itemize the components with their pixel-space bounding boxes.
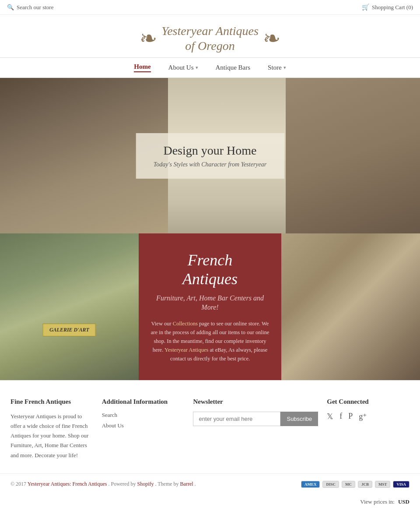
french-left-image: GALERIE D'ART bbox=[0, 233, 139, 380]
payment-visa: VISA bbox=[393, 481, 410, 488]
gallery-sign: GALERIE D'ART bbox=[43, 324, 96, 336]
payment-icons: AMEX DISC MC JCB MST VISA bbox=[301, 481, 410, 488]
footer-about-title: Fine French Antiques bbox=[10, 398, 93, 406]
hero-subtitle: Today's Styles with Character from Yeste… bbox=[154, 161, 267, 168]
collections-link[interactable]: Collections bbox=[173, 321, 198, 327]
pinterest-icon[interactable]: P bbox=[348, 412, 353, 421]
site-logo[interactable]: ❧ Yesteryear Antiques of Oregon ❧ bbox=[140, 24, 280, 53]
brand-link[interactable]: Yesteryear Antiques: French Antiques bbox=[28, 481, 107, 487]
nav-item-antique-bars[interactable]: Antique Bars bbox=[216, 63, 251, 72]
cart-icon: 🛒 bbox=[362, 4, 369, 11]
shopify-link[interactable]: Shopify bbox=[137, 481, 154, 487]
currency-row: View prices in: USD bbox=[0, 495, 420, 511]
newsletter-form: Subscribe bbox=[193, 412, 318, 426]
french-body-text: View our Collections page to see our onl… bbox=[149, 319, 271, 363]
search-store-label: Search our store bbox=[17, 4, 53, 11]
footer-col-links: Additional Information Search About Us bbox=[102, 398, 185, 460]
facebook-icon[interactable]: f bbox=[340, 412, 342, 421]
french-subtitle: Furniture, Art, Home Bar Centers and Mor… bbox=[149, 294, 271, 312]
subscribe-button[interactable]: Subscribe bbox=[280, 412, 318, 426]
barrel-link[interactable]: Barrel bbox=[180, 481, 193, 487]
french-antiques-image bbox=[281, 233, 420, 380]
hero-title: Design your Home bbox=[154, 144, 267, 158]
footer-copyright: © 2017 Yesteryear Antiques: French Antiq… bbox=[10, 481, 196, 487]
nav-item-store[interactable]: Store ▾ bbox=[268, 63, 286, 72]
cart-label: Shopping Cart (0) bbox=[372, 4, 413, 11]
footer-main: Fine French Antiques Yesteryear Antiques… bbox=[0, 380, 420, 473]
french-right-image bbox=[281, 233, 420, 380]
french-section: GALERIE D'ART French Antiques Furniture,… bbox=[0, 233, 420, 380]
french-title: French Antiques bbox=[182, 251, 238, 289]
payment-disc: DISC bbox=[322, 481, 339, 488]
footer-link-search[interactable]: Search bbox=[102, 412, 185, 419]
chevron-down-icon: ▾ bbox=[196, 65, 198, 71]
google-plus-icon[interactable]: g⁺ bbox=[359, 412, 367, 421]
footer-about-text: Yesteryear Antiques is proud to offer a … bbox=[10, 412, 93, 460]
footer-link-about[interactable]: About Us bbox=[102, 422, 185, 429]
currency-value[interactable]: USD bbox=[398, 498, 410, 505]
payment-mc: MC bbox=[342, 481, 355, 488]
footer-col-social: Get Connected 𝕏 f P g⁺ bbox=[327, 398, 410, 460]
social-icons-container: 𝕏 f P g⁺ bbox=[327, 412, 410, 421]
footer-links-title: Additional Information bbox=[102, 398, 185, 406]
main-nav: Home About Us ▾ Antique Bars Store ▾ bbox=[0, 57, 420, 78]
yesteryear-ebay-link[interactable]: Yesteryear Antiques bbox=[164, 347, 208, 353]
newsletter-email-input[interactable] bbox=[193, 412, 280, 426]
footer-newsletter-title: Newsletter bbox=[193, 398, 318, 406]
cart-button[interactable]: 🛒 Shopping Cart (0) bbox=[362, 4, 413, 11]
payment-amex: AMEX bbox=[301, 481, 320, 488]
search-trigger[interactable]: 🔍 Search our store bbox=[7, 4, 53, 11]
twitter-icon[interactable]: 𝕏 bbox=[327, 412, 333, 421]
french-street-image bbox=[0, 233, 139, 380]
chevron-down-icon-store: ▾ bbox=[284, 65, 286, 71]
nav-item-home[interactable]: Home bbox=[134, 63, 150, 72]
footer-col-newsletter: Newsletter Subscribe bbox=[193, 398, 318, 460]
search-icon: 🔍 bbox=[7, 4, 14, 11]
footer-social-title: Get Connected bbox=[327, 398, 410, 406]
hero-overlay: Design your Home Today's Styles with Cha… bbox=[136, 133, 284, 179]
logo-ornament-left: ❧ bbox=[140, 28, 157, 49]
currency-label: View prices in: bbox=[360, 498, 395, 505]
footer-bottom: © 2017 Yesteryear Antiques: French Antiq… bbox=[0, 473, 420, 495]
footer-col-about: Fine French Antiques Yesteryear Antiques… bbox=[10, 398, 93, 460]
nav-item-about[interactable]: About Us ▾ bbox=[168, 63, 198, 72]
hero-section: Design your Home Today's Styles with Cha… bbox=[0, 78, 420, 233]
top-bar: 🔍 Search our store 🛒 Shopping Cart (0) bbox=[0, 0, 420, 15]
logo-ornament-right: ❧ bbox=[263, 28, 280, 49]
payment-mst: MST bbox=[375, 481, 391, 488]
site-header: ❧ Yesteryear Antiques of Oregon ❧ bbox=[0, 15, 420, 57]
logo-text: Yesteryear Antiques of Oregon bbox=[161, 24, 259, 53]
french-center-content: French Antiques Furniture, Art, Home Bar… bbox=[139, 233, 281, 380]
payment-jcb: JCB bbox=[358, 481, 372, 488]
hero-img-right bbox=[286, 78, 420, 233]
